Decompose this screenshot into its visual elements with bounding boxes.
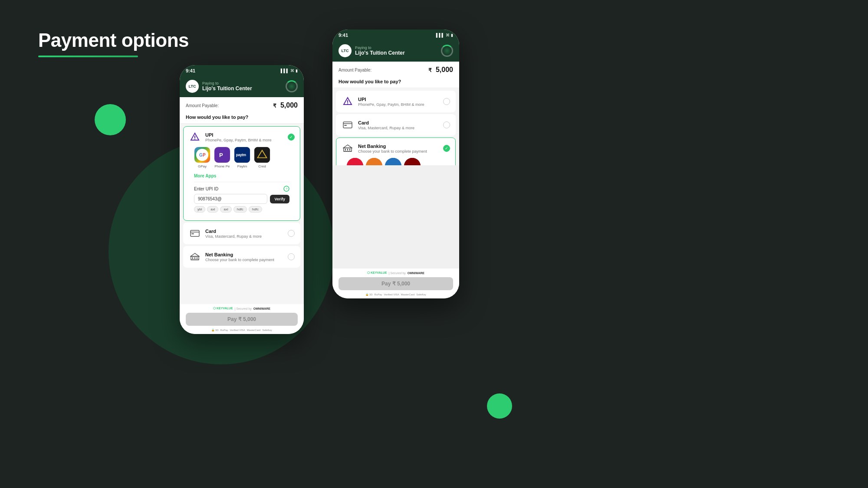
left-payment-body: Amount Payable: ₹ 5,000 How would you li…: [180, 97, 304, 304]
right-upi-check: [443, 98, 450, 105]
left-upi-input-section: Enter UPI ID ? Verify ybl axl axl: [189, 182, 295, 216]
right-upi-icon: [343, 97, 352, 106]
left-card-icon-wrap: [189, 227, 201, 239]
left-upi-input-label: Enter UPI ID ?: [194, 186, 289, 192]
left-netbanking-title: Net Banking: [205, 252, 283, 257]
right-payment-body: Amount Payable: ₹ 5,000 How would you li…: [332, 62, 459, 165]
bank-icon: [190, 253, 200, 261]
gpay-app-item[interactable]: G P GPay: [194, 147, 210, 168]
axis-bank-icon: Axis: [404, 158, 421, 165]
right-pay-button[interactable]: Pay ₹ 5,000: [339, 277, 453, 290]
left-upi-text: UPI PhonePe, Gpay, Paytm, BHIM & more: [205, 132, 283, 142]
left-upi-apps: G P GPay P: [189, 143, 295, 172]
right-omnware-logo: OMNIWARE: [408, 272, 424, 275]
right-merchant-avatar: LTC: [339, 44, 352, 57]
verify-button[interactable]: Verify: [270, 195, 289, 203]
right-rupee-sign: ₹: [428, 67, 432, 73]
left-merchant-name: Lijo's Tuition Center: [202, 85, 252, 92]
chip-axl-1[interactable]: axl: [207, 206, 218, 213]
svg-rect-16: [191, 233, 194, 234]
right-badge-3d: 🔒 3D: [365, 293, 372, 296]
right-signal-icon: ▌▌▌: [436, 33, 444, 37]
left-rupee-sign: ₹: [273, 103, 276, 109]
hdfc-bank-icon: HDFC: [347, 158, 363, 165]
battery-icon: ▮: [296, 69, 298, 73]
hdfc-svg: HDFC: [347, 158, 363, 165]
paytm-label: Paytm: [237, 164, 247, 168]
svg-marker-18: [191, 253, 199, 256]
left-card-text: Card Visa, Mastercard, Rupay & more: [205, 229, 283, 239]
right-card-title: Card: [358, 120, 439, 125]
svg-rect-33: [349, 149, 350, 151]
chip-hdfc-1[interactable]: hdfc: [233, 206, 247, 213]
left-card-subtitle: Visa, Mastercard, Rupay & more: [205, 234, 283, 239]
badge-safekey: SafeKey: [262, 329, 272, 331]
right-spacer: [332, 165, 459, 269]
paytm-svg: paytm: [234, 147, 250, 163]
left-secured-by-text: | Secured by: [235, 307, 252, 310]
right-status-time: 9:41: [339, 33, 348, 38]
right-badge-mastercard: MasterCard: [401, 293, 414, 296]
left-keyvalue-logo: ⬡ KEYVALUE: [213, 307, 233, 310]
right-amount-number: 5,000: [436, 66, 453, 73]
svg-rect-10: [254, 147, 270, 163]
left-more-apps-link[interactable]: More Apps: [189, 172, 295, 182]
cred-app-item[interactable]: Cred: [254, 147, 270, 168]
chip-hdfc-2[interactable]: hdfc: [249, 206, 262, 213]
left-upi-option[interactable]: UPI PhonePe, Gpay, Paytm, BHIM & more ✓ …: [183, 126, 300, 221]
left-status-bar: 9:41 ▌▌▌ ⌘ ▮: [180, 65, 304, 76]
card-icon: [190, 230, 200, 237]
chip-ybl[interactable]: ybl: [194, 206, 205, 213]
right-badge-verified-visa: Verified VISA: [384, 293, 399, 296]
left-upi-subtitle: PhonePe, Gpay, Paytm, BHIM & more: [205, 138, 283, 142]
svg-rect-20: [194, 257, 195, 259]
left-netbanking-subtitle: Choose your bank to complete payment: [205, 258, 283, 262]
icici-bank-item[interactable]: ICICI ICICI: [366, 158, 382, 165]
left-status-time: 9:41: [186, 68, 195, 73]
phonepe-app-item[interactable]: P Phone Pe: [214, 147, 230, 168]
right-netbanking-option[interactable]: Net Banking Choose your bank to complete…: [336, 138, 456, 165]
right-badge-safekey: SafeKey: [416, 293, 426, 296]
left-netbanking-option[interactable]: Net Banking Choose your bank to complete…: [183, 246, 300, 268]
left-pay-button[interactable]: Pay ₹ 5,000: [186, 313, 298, 326]
left-upi-title: UPI: [205, 132, 283, 138]
right-upi-option[interactable]: UPI PhonePe, Gpay, Paytm, BHIM & more: [336, 91, 456, 112]
right-status-bar: 9:41 ▌▌▌ ⌘ ▮: [332, 29, 459, 41]
right-paying-to-label: Paying to: [355, 46, 405, 50]
svg-text:P: P: [219, 152, 223, 158]
upi-id-input[interactable]: [194, 194, 267, 204]
sbi-bank-item[interactable]: SBI SBI: [385, 158, 401, 165]
hdfc-bank-item[interactable]: HDFC HDFC: [347, 158, 363, 165]
svg-rect-28: [344, 125, 347, 126]
left-secured-by: ⬡ KEYVALUE | Secured by OMNIWARE: [186, 307, 298, 310]
left-app-header: LTC Paying to Lijo's Tuition Center: [180, 76, 304, 97]
left-omnware-logo: OMNIWARE: [253, 307, 270, 310]
wifi-icon: ⌘: [290, 69, 294, 73]
left-upi-check: ✓: [288, 134, 295, 141]
left-card-option[interactable]: Card Visa, Mastercard, Rupay & more: [183, 223, 300, 244]
right-status-icons: ▌▌▌ ⌘ ▮: [436, 33, 453, 37]
left-card-title: Card: [205, 229, 283, 234]
right-phone-footer: ⬡ KEYVALUE | Secured by OMNIWARE Pay ₹ 5…: [332, 269, 459, 298]
right-merchant-name: Lijo's Tuition Center: [355, 50, 405, 56]
left-card-check: [288, 230, 295, 237]
left-netbanking-icon-wrap: [189, 251, 201, 263]
gpay-icon: G P: [194, 147, 210, 163]
axis-bank-item[interactable]: Axis Axis: [404, 158, 421, 165]
right-card-option[interactable]: Card Visa, Mastercard, Rupay & more: [336, 114, 456, 136]
svg-text:G: G: [199, 153, 203, 157]
svg-point-25: [347, 103, 348, 104]
right-bank-icon: [343, 144, 352, 152]
left-amount-number: 5,000: [280, 102, 298, 109]
gpay-svg: G P: [196, 149, 208, 161]
paytm-app-item[interactable]: paytm Paytm: [234, 147, 250, 168]
right-how-to-pay: How would you like to pay?: [332, 76, 459, 88]
left-merchant-avatar: LTC: [186, 80, 199, 93]
sbi-bank-icon: SBI: [385, 158, 401, 165]
left-upi-input-row: Verify: [194, 194, 289, 204]
paytm-icon: paytm: [234, 147, 250, 163]
left-security-badges: 🔒 3D RuPay Verified VISA MasterCard Safe…: [186, 328, 298, 331]
left-header-spinner: [286, 80, 298, 92]
right-netbanking-check: ✓: [443, 145, 450, 152]
chip-axl-2[interactable]: axl: [220, 206, 231, 213]
